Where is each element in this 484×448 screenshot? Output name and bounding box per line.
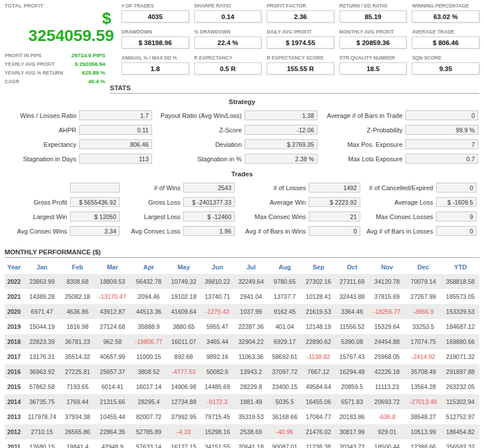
stat-row-label: Stagnation in % [155, 155, 242, 162]
monthly-value-cell: 20641.18 [234, 439, 268, 448]
monthly-value-cell: 19102.18 [167, 289, 201, 304]
stat-box-label: RETURN / DD RATIO [339, 3, 407, 9]
monthly-value-cell: 20859.5 [335, 379, 369, 394]
stat-row-label: Max Consec Losses [363, 213, 433, 220]
monthly-value-cell: 37815.69 [369, 289, 405, 304]
stat-cell: DRAWDOWN$ 38198.96 [121, 29, 189, 49]
stat-box-value-text: 4035 [148, 13, 163, 20]
stat-box-value: 2.36 [267, 10, 334, 23]
monthly-value-cell: 32904.22 [234, 334, 268, 349]
top-summary-section: TOTAL PROFIT $ 3254059.59 PROFIT IN PIPS… [0, 0, 484, 94]
monthly-year-cell: 2020 [5, 304, 23, 319]
stat-row-value: 0 [470, 184, 473, 191]
monthly-value-cell: 13564.28 [405, 379, 442, 394]
monthly-value-cell: 22890.62 [301, 334, 335, 349]
monthly-value-cell: 35888.9 [131, 319, 167, 334]
monthly-column-header: Jun [201, 259, 234, 274]
stat-row-label: Max Pos. Exposure [320, 141, 402, 148]
stat-row-value-box: 806.46 [79, 139, 152, 149]
stat-box-value: 18.5 [339, 62, 407, 75]
monthly-value-cell: 6014.41 [94, 379, 131, 394]
stat-row-value-box: 0.7 [405, 154, 478, 164]
stat-row-value: 0.11 [137, 127, 149, 134]
stat-box-value: $ 806.46 [412, 36, 479, 49]
stat-row-label: Z-Probability [320, 127, 402, 134]
stat-row-value-box: 0 [436, 183, 476, 192]
stat-row-value: 3.34 [105, 228, 116, 235]
monthly-value-cell: 27302.16 [301, 274, 335, 289]
monthly-value-cell: -13170.47 [94, 289, 131, 304]
stat-box-label: STR QUALITY NUMBER [339, 55, 407, 61]
monthly-value-cell: 13176.31 [23, 349, 61, 364]
monthly-row: 20206971.474636.8643912.8744513.3641609.… [5, 304, 479, 319]
monthly-value-cell: 7667.12 [301, 364, 335, 379]
monthly-value-cell: 37934.38 [61, 409, 94, 424]
stat-row-value: 1492 [343, 184, 357, 191]
stat-row-label: Max Consec Wins [238, 213, 306, 220]
monthly-value-cell: 21476.02 [301, 424, 335, 439]
monthly-value-cell: 9892.16 [201, 349, 234, 364]
stat-box-value-text: 0.5 R [220, 65, 236, 72]
monthly-value-cell: 25082.18 [61, 289, 94, 304]
summary-row-label: PROFIT IN PIPS [5, 53, 42, 58]
monthly-value-cell: 39810.22 [201, 274, 234, 289]
monthly-value-cell: 28229.8 [234, 379, 268, 394]
monthly-value-cell: 8308.68 [61, 274, 94, 289]
monthly-value-cell: -2414.92 [405, 349, 442, 364]
monthly-value-cell: 169880.66 [441, 334, 479, 349]
stat-cell: R EXPECTANCY0.5 R [194, 55, 262, 75]
monthly-value-cell: 15767.43 [335, 349, 369, 364]
stat-cell: STR QUALITY NUMBER18.5 [339, 55, 407, 75]
stat-box-label: SQN SCORE [412, 55, 479, 61]
summary-row: CAGR40.4 % [5, 78, 105, 84]
monthly-year-cell: 2021 [5, 289, 23, 304]
stat-box-value-text: $ 38198.96 [139, 39, 172, 46]
stat-row-value-box: 0.11 [79, 125, 152, 135]
stat-cell: ANNUAL % / MAX DD %1.8 [121, 55, 189, 75]
monthly-column-header: May [167, 259, 201, 274]
monthly-value-cell: -1138.82 [301, 349, 335, 364]
monthly-value-cell: 44513.36 [131, 304, 167, 319]
total-profit-value: 3254059.59 [5, 27, 116, 45]
stat-row-value-box: 7 [405, 139, 478, 149]
monthly-value-cell: 24454.88 [369, 334, 405, 349]
stat-row-value: 1.7 [140, 112, 149, 119]
monthly-row: 20122710.1526565.8622864.3552785.89-4.33… [5, 424, 479, 439]
monthly-value-cell: 27267.99 [405, 289, 442, 304]
stats-section-header: STATS [110, 84, 479, 94]
stat-row-label: Avg # of Bars in Wins [238, 228, 306, 235]
monthly-row: 201557862.587193.656014.4116017.1414906.… [5, 379, 479, 394]
monthly-performance-title: MONTHLY PERFORMANCE ($) [5, 249, 479, 258]
monthly-value-cell: 40657.99 [94, 349, 131, 364]
stat-row-value: 113 [139, 155, 149, 162]
monthly-value-cell: 13943.2 [234, 364, 268, 379]
monthly-value-cell: 43912.87 [94, 304, 131, 319]
stat-row-value-box: 3.34 [70, 226, 120, 236]
monthly-value-cell: 11556.52 [335, 319, 369, 334]
stat-row-value: 0 [471, 112, 475, 119]
stat-box-label: % DRAWDOWN [194, 29, 262, 35]
monthly-value-cell: 50082.6 [201, 364, 234, 379]
monthly-row: 201915044.191816.9827124.6835888.93880.6… [5, 319, 479, 334]
summary-row: PROFIT IN PIPS29714.9 PIPS [5, 52, 105, 58]
stat-box-label: SHARPE RATIO [194, 3, 262, 9]
monthly-column-header: Apr [131, 259, 167, 274]
monthly-year-cell: 2018 [5, 334, 23, 349]
stat-row-value-box: 1.7 [79, 110, 152, 120]
monthly-value-cell: 4636.86 [61, 304, 94, 319]
monthly-value-cell: 18500.44 [369, 439, 405, 448]
stat-row-label: AHPR [5, 127, 76, 134]
stat-cell: MONTHLY AVG PROFIT$ 20859.36 [339, 29, 407, 49]
monthly-value-cell: 38548.27 [405, 409, 442, 424]
monthly-value-cell: 185573.05 [441, 289, 479, 304]
monthly-value-cell: 30817.99 [335, 424, 369, 439]
monthly-value-cell: 13740.71 [201, 289, 234, 304]
monthly-value-cell: 115302.94 [441, 394, 479, 409]
monthly-performance-table: YearJanFebMarAprMayJunJulAugSepOctNovDec… [5, 259, 479, 448]
stat-box-label: DRAWDOWN [121, 29, 189, 35]
monthly-value-cell: 27311.69 [335, 274, 369, 289]
strategy-subsection: Strategy Wins / Losses Ratio1.7Payout Ra… [0, 98, 484, 164]
monthly-value-cell: 12680.15 [23, 439, 61, 448]
stat-row-label: # of Cancelled/Expired [363, 184, 433, 191]
profit-summary-rows: PROFIT IN PIPS29714.9 PIPSYEARLY AVG PRO… [5, 52, 116, 84]
